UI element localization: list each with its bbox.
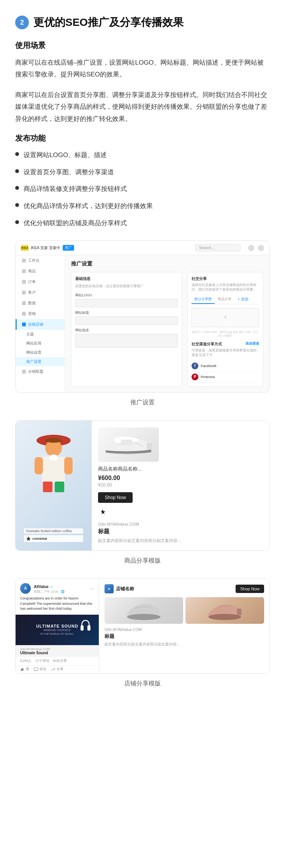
fb-share-action[interactable]: 分享 [51,667,63,672]
fb-like-action[interactable]: 赞 [20,667,29,672]
sidebar-item-affiliate[interactable]: 分销联盟 [16,366,65,377]
sidebar-label: 客户 [28,290,36,295]
avatar-icon[interactable] [258,245,264,251]
svg-marker-10 [27,537,30,541]
admin-sidebar: 工作台 商品 订单 客户 数据 [16,255,65,392]
store-logo-icon: A [104,584,114,593]
brand-bar: CONVERSE [24,535,83,542]
ikea-logo-icon: IKEA [21,245,28,251]
channels-more-link[interactable]: 添加渠道 [245,342,259,347]
notification-icon[interactable] [248,245,254,251]
dashboard-icon [22,259,26,262]
sidebar-sub-apps[interactable]: 网站应用 [16,339,65,348]
customers-icon [22,291,26,294]
fb-actions-row: 赞 评论 分享 [16,665,99,673]
fb-user-info: AllValue ✓ 星期二 下午 12:00 · 🌐 [34,583,65,594]
store-share-title: 标题 [104,633,264,640]
sidebar-item-products[interactable]: 商品 [16,266,65,277]
feature-item-4: 优化商品详情分享样式，达到更好的传播效果 [24,200,153,212]
store-shoes-grid [104,597,264,624]
sidebar-item-store[interactable]: 在线店铺 [16,319,65,330]
svg-rect-16 [87,625,90,631]
usage-paragraph-1: 商家可以在在线店铺–推广设置，设置网站LOGO、网站标题、网站描述，更便于网站被… [15,57,270,81]
page-container: 2 更优的SEO推广及分享传播效果 使用场景 商家可以在在线店铺–推广设置，设置… [0,0,285,724]
store-shoe-svg-2 [185,597,264,624]
comment-icon [34,667,38,672]
features-heading: 发布功能 [15,133,270,143]
sidebar-sub-theme[interactable]: 主题 [16,330,65,339]
sidebar-item-orders[interactable]: 订单 [16,277,65,287]
fb-image-area: ULTIMATE SOUND IMMERSE YOURSELF IN THE W… [16,615,99,645]
tab-add[interactable]: + 添加 [234,295,252,304]
fb-image-sub1: IMMERSE YOURSELF [36,628,78,632]
fb-more-icon[interactable]: ··· [90,585,94,591]
admin-body: 工作台 商品 订单 客户 数据 [16,255,269,392]
store-shoe-svg-1 [104,597,183,624]
sidebar-label: 订单 [28,279,36,285]
sidebar-label: 营销 [28,311,36,316]
store-shoe-item-1 [104,597,183,624]
admin-content: 推广设置 基础信息 设置您的在线店铺，以让更好的搜索引擎推广 网站LOGO 网站… [65,255,269,392]
product-right-panel: 商品名称商品名称... ¥600.00 ¥10.00 Shop Now l18n… [92,421,269,551]
sidebar-sub-settings[interactable]: 网站设置 [16,348,65,357]
basic-info-title: 基础信息 [75,276,178,281]
fb-avatar: A [20,583,31,594]
list-item: 设置网站LOGO、标题、描述 [15,149,270,161]
store-share-card: A AllValue ✓ 星期二 下午 12:00 · 🌐 ··· Congra… [15,579,270,674]
orders-icon [22,280,26,284]
shoe-svg [102,431,155,458]
admin-search[interactable]: Search... [195,244,241,251]
sidebar-label: 商品 [28,269,36,274]
sidebar-item-customers[interactable]: 客户 [16,287,65,298]
shoe-image [98,428,159,462]
svg-marker-14 [101,509,105,514]
fb-username-row: AllValue ✓ [34,583,65,590]
promo-right-panel: 社交分享 选择在社交媒体上分享店铺商品时的分享样式，我们为您提供了差异化的商品分… [187,272,263,386]
feature-item-5: 优化分销联盟的店铺及商品分享样式 [24,218,127,229]
social-channels-section: 社交渠道分享方式 添加渠道 可用渠道：按照直接链接共享您希望出现的渠道 以及下方… [192,342,259,383]
fb-comment-action[interactable]: 评论 [34,667,46,672]
section-title-text: 更优的SEO推广及分享传播效果 [33,15,184,30]
upload-hint: 建议尺寸 1200 x 630，格式为 jpg, png, 最大 2mb，已上传… [192,330,259,338]
headphone-svg-icon [80,618,91,637]
svg-rect-13 [121,440,132,445]
sidebar-sub-promo[interactable]: 推广设置 [16,357,65,366]
promo-left-panel: 基础信息 设置您的在线店铺，以让更好的搜索引擎推广 网站LOGO 网站标题 网站… [71,272,182,386]
title-field-input[interactable] [75,316,178,325]
feature-item-2: 设置首页分享图、调整分享渠道 [24,167,114,178]
tab-default-share[interactable]: 默认分享图 [192,295,215,304]
sidebar-item-analytics[interactable]: 数据 [16,298,65,308]
logo-field-input[interactable] [75,299,178,307]
shop-now-button[interactable]: Shop Now [98,492,133,503]
svg-point-3 [45,438,62,443]
admin-logo-area: IKEA IKEA 宜家 宜家中 推广 [21,245,74,251]
desc-field-input[interactable] [75,334,178,348]
channels-desc: 可用渠道：按照直接链接共享您希望出现的渠道 以及下方 [192,348,259,358]
svg-point-19 [209,614,241,620]
section-header: 2 更优的SEO推广及分享传播效果 [15,15,270,30]
sidebar-item-marketing[interactable]: 营销 [16,308,65,319]
fb-comments-count: 17个评论 [35,659,49,663]
store-share-inner: A AllValue ✓ 星期二 下午 12:00 · 🌐 ··· Congra… [16,579,269,673]
admin-mockup-card: IKEA IKEA 宜家 宜家中 推广 Search... 工作台 商品 [15,240,270,392]
svg-rect-5 [35,457,43,474]
product-share-card: Overtake limited edition coffee CONVERSE [15,420,270,551]
svg-point-18 [127,614,161,620]
svg-point-9 [49,455,58,461]
svg-rect-8 [55,482,64,492]
basic-info-desc: 设置您的在线店铺，以让更好的搜索引擎推广 [75,284,178,289]
upload-box[interactable]: + [192,308,259,327]
store-shop-now-button[interactable]: Shop Now [236,585,264,593]
person-illustration [20,425,87,494]
sidebar-item-dashboard[interactable]: 工作台 [16,255,65,266]
promo-settings-title: 推广设置 [71,261,263,267]
tab-product-share[interactable]: 商品分享 [215,295,234,304]
fb-image-title: ULTIMATE SOUND [36,624,78,628]
logo-field-label: 网站LOGO [75,293,178,298]
svg-rect-12 [147,443,152,450]
sidebar-label: 分销联盟 [28,369,43,374]
store-share-desc: 副文案内容部分副文案内容部分副文案内容... [104,641,264,647]
fb-like-label: 赞 [26,667,29,672]
channels-title-text: 社交渠道分享方式 [192,342,222,347]
products-icon [22,269,26,273]
